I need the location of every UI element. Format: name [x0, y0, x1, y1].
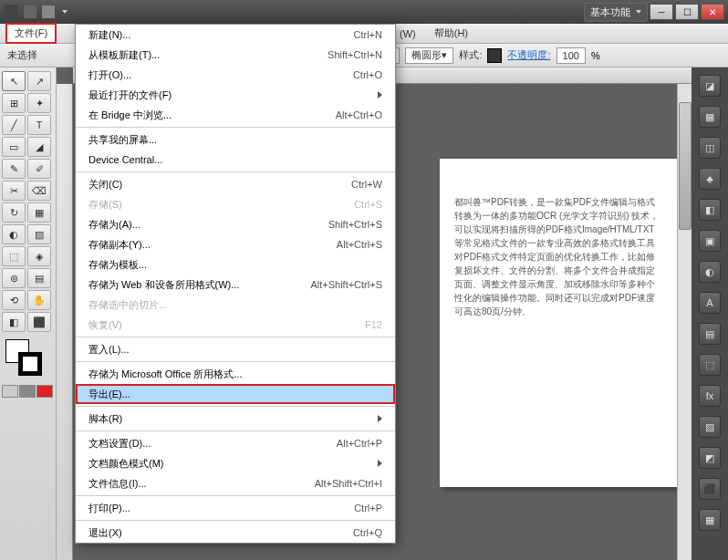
dock-panel-11[interactable]: ▨ — [699, 416, 721, 438]
tool-17[interactable]: ◈ — [27, 246, 51, 266]
dock-panel-0[interactable]: ◪ — [699, 75, 721, 97]
menu-item-: 存储选中的切片... — [76, 295, 395, 315]
menu-item-shortcut: Alt+Ctrl+S — [337, 239, 382, 250]
menu-item-o[interactable]: 打开(O)...Ctrl+O — [76, 65, 395, 85]
menu-item-microsoftoffice[interactable]: 存储为 Microsoft Office 所用格式... — [76, 364, 395, 384]
menu-item-x[interactable]: 退出(X)Ctrl+Q — [76, 523, 395, 543]
tool-2[interactable]: ⊞ — [2, 93, 26, 113]
tool-8[interactable]: ✎ — [2, 159, 26, 179]
panel-dock: ◪▦◫♣◧▣◐A▤⬚fx▨◩⬛▦ — [692, 67, 728, 560]
menu-item-l[interactable]: 置入(L)... — [76, 339, 395, 359]
menu-item-shortcut: Ctrl+S — [354, 199, 382, 210]
dock-panel-10[interactable]: fx — [699, 385, 721, 407]
tool-15[interactable]: ▨ — [27, 224, 51, 244]
bridge-icon[interactable] — [24, 5, 36, 18]
tool-6[interactable]: ▭ — [2, 137, 26, 157]
menu-item-label: 打印(P)... — [88, 502, 354, 515]
dock-panel-9[interactable]: ⬚ — [699, 354, 721, 376]
menu-item-[interactable]: 存储为模板... — [76, 254, 395, 275]
menu-item-p[interactable]: 打印(P)...Ctrl+P — [76, 498, 395, 518]
menu-item-c[interactable]: 关闭(C)Ctrl+W — [76, 174, 395, 194]
menu-help[interactable]: 帮助(H) — [427, 25, 475, 42]
layout-icon[interactable] — [42, 5, 55, 18]
tool-22[interactable]: ◧ — [2, 312, 26, 332]
dock-panel-6[interactable]: ◐ — [699, 261, 721, 283]
menu-item-n[interactable]: 新建(N)...Ctrl+N — [76, 25, 395, 45]
dock-panel-4[interactable]: ◧ — [699, 199, 721, 221]
style-label: 样式: — [459, 48, 482, 62]
tool-1[interactable]: ↗ — [27, 71, 51, 91]
menu-item-devicecentral[interactable]: Device Central... — [76, 150, 395, 170]
menu-item-webw[interactable]: 存储为 Web 和设备所用格式(W)...Alt+Shift+Ctrl+S — [76, 275, 395, 295]
menu-item-d[interactable]: 文档设置(D)...Alt+Ctrl+P — [76, 433, 395, 453]
menu-item-i[interactable]: 文件信息(I)...Alt+Shift+Ctrl+I — [76, 473, 395, 493]
menu-item-t[interactable]: 从模板新建(T)...Shift+Ctrl+N — [76, 45, 395, 65]
dock-panel-12[interactable]: ◩ — [699, 447, 721, 469]
dock-panel-5[interactable]: ▣ — [699, 230, 721, 252]
menu-window[interactable]: (W) — [392, 26, 423, 41]
chevron-down-icon[interactable] — [62, 10, 68, 14]
menu-item-shortcut: Ctrl+W — [351, 179, 382, 190]
menu-item-label: 在 Bridge 中浏览... — [88, 109, 336, 122]
workspace-switcher[interactable]: 基本功能 — [584, 3, 648, 22]
tool-11[interactable]: ⌫ — [27, 181, 51, 201]
color-swatch[interactable] — [5, 339, 42, 376]
color-mode-2[interactable] — [36, 385, 53, 398]
submenu-arrow-icon — [378, 415, 382, 422]
tool-13[interactable]: ▦ — [27, 202, 51, 223]
dock-panel-1[interactable]: ▦ — [699, 106, 721, 128]
tool-19[interactable]: ▤ — [27, 268, 51, 288]
color-modes — [2, 385, 54, 398]
tool-4[interactable]: ╱ — [2, 115, 26, 135]
tool-10[interactable]: ✂ — [2, 181, 26, 201]
menu-file[interactable]: 文件(F) — [5, 23, 57, 44]
opacity-label[interactable]: 不透明度: — [507, 48, 550, 62]
tool-21[interactable]: ✋ — [27, 290, 51, 310]
tool-23[interactable]: ⬛ — [27, 312, 51, 332]
scrollbar-vertical[interactable] — [677, 84, 692, 560]
dock-panel-7[interactable]: A — [699, 292, 721, 314]
tool-14[interactable]: ◐ — [2, 224, 26, 244]
maximize-button[interactable]: ☐ — [675, 4, 699, 20]
menu-item-label: 退出(X) — [88, 526, 353, 540]
opacity-field[interactable]: 100 — [556, 47, 586, 64]
menu-item-shortcut: Shift+Ctrl+S — [328, 219, 382, 230]
dock-panel-8[interactable]: ▤ — [699, 323, 721, 345]
menu-item-label: 存储为模板... — [88, 258, 382, 272]
style-swatch[interactable] — [487, 48, 502, 63]
tool-5[interactable]: T — [27, 115, 51, 135]
dock-panel-14[interactable]: ▦ — [699, 509, 721, 531]
menu-item-label: 存储副本(Y)... — [88, 238, 337, 252]
menu-item-m[interactable]: 文档颜色模式(M) — [76, 453, 395, 473]
close-button[interactable]: ✕ — [701, 4, 724, 20]
dock-panel-13[interactable]: ⬛ — [699, 478, 721, 500]
menu-item-shortcut: Alt+Ctrl+O — [336, 109, 382, 120]
menu-item-e[interactable]: 导出(E)... — [76, 384, 395, 404]
menu-item-a[interactable]: 存储为(A)...Shift+Ctrl+S — [76, 214, 395, 234]
menu-item-shortcut: Ctrl+O — [353, 69, 382, 80]
menu-item-y[interactable]: 存储副本(Y)...Alt+Ctrl+S — [76, 234, 395, 254]
dock-panel-3[interactable]: ♣ — [699, 168, 721, 190]
menu-item-label: 导出(E)... — [88, 388, 382, 401]
tool-0[interactable]: ↖ — [2, 71, 26, 91]
tool-9[interactable]: ✐ — [27, 159, 51, 179]
app-icon — [4, 5, 18, 19]
minimize-button[interactable]: ─ — [650, 4, 673, 20]
scroll-thumb[interactable] — [679, 102, 692, 230]
color-mode-0[interactable] — [2, 385, 18, 398]
menu-item-[interactable]: 共享我的屏幕... — [76, 130, 395, 150]
tool-16[interactable]: ⬚ — [2, 246, 26, 266]
body-text: 都叫兽™PDF转换，是一款集PDF文件编辑与格式转换为一体的多功能OCR (光学… — [454, 195, 662, 318]
tool-18[interactable]: ⊚ — [2, 268, 26, 288]
tool-7[interactable]: ◢ — [27, 137, 51, 157]
menu-item-r[interactable]: 脚本(R) — [76, 409, 395, 429]
tool-3[interactable]: ✦ — [27, 93, 51, 113]
menu-item-f[interactable]: 最近打开的文件(F) — [76, 85, 395, 105]
dock-panel-2[interactable]: ◫ — [699, 137, 721, 159]
menu-item-shortcut: F12 — [365, 319, 382, 330]
color-mode-1[interactable] — [19, 385, 36, 398]
menu-item-bridge[interactable]: 在 Bridge 中浏览...Alt+Ctrl+O — [76, 105, 395, 125]
shape-profile[interactable]: 椭圆形▾ — [405, 47, 453, 64]
tool-20[interactable]: ⟲ — [2, 290, 26, 310]
tool-12[interactable]: ↻ — [2, 202, 26, 223]
